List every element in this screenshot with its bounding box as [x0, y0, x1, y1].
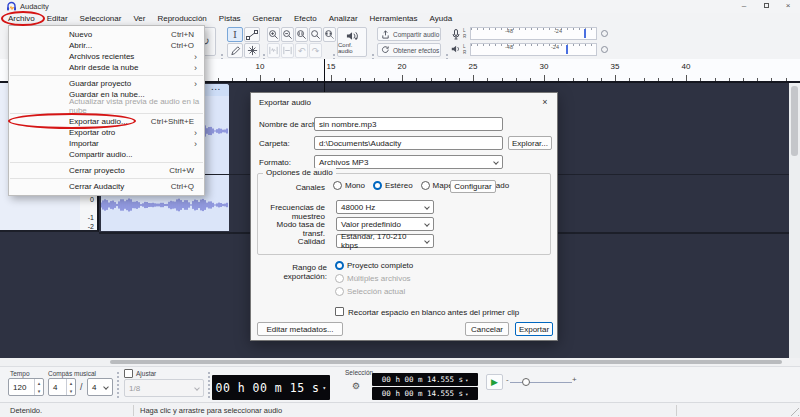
- menu-item-archivos-recientes[interactable]: Archivos recientes›: [9, 51, 204, 62]
- selection-end-display[interactable]: 00 h 00 m 14.555 s ▾: [372, 387, 478, 400]
- multi-tool-button[interactable]: [244, 43, 260, 58]
- redo-button[interactable]: ↷: [309, 43, 322, 58]
- playback-meter[interactable]: -48 -24: [470, 43, 597, 56]
- menubar-item-reproducci-n[interactable]: Reproducción: [151, 13, 212, 25]
- export-audio-dialog[interactable]: Exportar audio × Nombre de archivo: sin …: [250, 92, 558, 341]
- cancel-button[interactable]: Cancelar: [465, 322, 509, 336]
- radio-icon[interactable]: [335, 274, 344, 283]
- radio-selected-icon[interactable]: [373, 181, 382, 190]
- quality-select[interactable]: Estándar, 170-210 kbps: [336, 234, 434, 248]
- radio-option-estéreo[interactable]: Estéreo: [373, 181, 413, 190]
- ruler-minor-tick: [686, 78, 687, 81]
- record-meter[interactable]: -48 -24: [470, 27, 597, 40]
- close-window-button[interactable]: ×: [779, 0, 797, 12]
- radio-option-proyecto-completo[interactable]: Proyecto completo: [335, 261, 413, 270]
- radio-selected-icon[interactable]: [335, 261, 344, 270]
- maximize-button[interactable]: [757, 0, 775, 12]
- time-display-dropdown-icon[interactable]: ▾: [322, 384, 326, 391]
- radio-option-múltiples-archivos[interactable]: Múltiples archivos: [335, 274, 413, 283]
- draw-tool-button[interactable]: [227, 43, 243, 58]
- speed-slider-track[interactable]: [510, 382, 572, 383]
- browse-button[interactable]: Explorar...: [508, 136, 552, 150]
- menubar-item-efecto[interactable]: Efecto: [288, 13, 323, 25]
- menu-item-cerrar-audacity[interactable]: Cerrar AudacityCtrl+Q: [9, 181, 204, 192]
- menu-item-exportar-audio[interactable]: Exportar audio...Ctrl+Shift+E: [9, 116, 204, 127]
- sample-rate-select[interactable]: 48000 Hz: [336, 200, 434, 214]
- undo-button[interactable]: ↶: [295, 43, 308, 58]
- share-audio-button[interactable]: Compartir audio: [377, 27, 441, 41]
- menubar-item-ayuda[interactable]: Ayuda: [424, 13, 459, 25]
- menubar-item-pistas[interactable]: Pistas: [213, 13, 247, 25]
- format-select[interactable]: Archivos MP3: [314, 155, 503, 169]
- time-signature-spin-arrows[interactable]: ▴▾: [66, 379, 75, 395]
- radio-option-selección-actual[interactable]: Selección actual: [335, 287, 413, 296]
- radio-icon[interactable]: [335, 287, 344, 296]
- menubar-item-analizar[interactable]: Analizar: [323, 13, 364, 25]
- toolbar-grip[interactable]: [208, 372, 210, 398]
- configure-button[interactable]: Configurar: [450, 180, 496, 193]
- radio-option-mono[interactable]: Mono: [333, 181, 365, 190]
- file-menu-popup: NuevoCtrl+NAbrir...Ctrl+OArchivos recien…: [8, 25, 205, 196]
- audio-setup-button[interactable]: Conf. audio: [337, 27, 367, 57]
- minimize-button[interactable]: –: [735, 0, 753, 12]
- selection-settings-gear-icon[interactable]: ⚙: [352, 381, 360, 391]
- snap-interval-select[interactable]: 1/8: [124, 379, 204, 397]
- menu-item-abrir-desde-la-nube[interactable]: Abrir desde la nube›: [9, 62, 204, 73]
- menu-item-abrir[interactable]: Abrir...Ctrl+O: [9, 40, 204, 51]
- title-bar[interactable]: Audacity – ×: [0, 0, 800, 13]
- silence-audio-button[interactable]: [281, 43, 294, 58]
- speed-slider-minus[interactable]: -: [506, 375, 509, 384]
- time-signature-lower-select[interactable]: 4: [87, 378, 113, 396]
- zoom-selection-button[interactable]: [295, 27, 308, 42]
- toolbar-grip[interactable]: [117, 372, 119, 398]
- folder-input[interactable]: d:\Documents\Audacity: [314, 136, 503, 150]
- tempo-stepper[interactable]: 120 ▴▾: [8, 378, 44, 396]
- menu-item-nuevo[interactable]: NuevoCtrl+N: [9, 29, 204, 40]
- selection-start-display[interactable]: 00 h 00 m 14.555 s ▾: [372, 373, 478, 386]
- trim-whitespace-checkbox[interactable]: [335, 307, 344, 316]
- get-effects-button[interactable]: Obtener efectos: [377, 43, 441, 57]
- horizontal-scrollbar[interactable]: [0, 358, 800, 366]
- time-display[interactable]: 00 h 00 m 15 s ▾: [212, 375, 330, 400]
- menu-item-importar[interactable]: Importar›: [9, 138, 204, 149]
- tempo-spin-arrows[interactable]: ▴▾: [34, 379, 43, 395]
- menu-item-actualizar-vista-previa-de-audio-en-la-nube[interactable]: Actualizar vista previa de audio en la n…: [9, 100, 204, 111]
- radio-icon[interactable]: [333, 181, 342, 190]
- menu-item-exportar-otro[interactable]: Exportar otro›: [9, 127, 204, 138]
- menubar-item-ver[interactable]: Ver: [127, 13, 151, 25]
- dialog-close-button[interactable]: ×: [538, 96, 552, 108]
- filename-input[interactable]: sin nombre.mp3: [314, 117, 503, 131]
- radio-icon[interactable]: [421, 181, 430, 190]
- menu-item-compartir-audio[interactable]: Compartir audio...: [9, 149, 204, 160]
- trim-audio-button[interactable]: [267, 43, 280, 58]
- envelope-tool-button[interactable]: [244, 27, 260, 42]
- speed-slider-knob[interactable]: [522, 378, 530, 386]
- bitrate-mode-select[interactable]: Valor predefinido: [336, 217, 434, 231]
- menubar-item-archivo[interactable]: Archivo: [2, 13, 41, 25]
- export-button[interactable]: Exportar: [515, 322, 553, 336]
- vertical-scrollbar[interactable]: [789, 83, 800, 358]
- play-at-speed-button[interactable]: ▶: [486, 374, 503, 390]
- menubar-item-herramientas[interactable]: Herramientas: [364, 13, 424, 25]
- selection-end-dropdown-icon[interactable]: ▾: [465, 391, 468, 397]
- playback-meter-ring-icon: [601, 46, 608, 53]
- zoom-in-button[interactable]: [267, 27, 280, 42]
- menubar-item-seleccionar[interactable]: Seleccionar: [74, 13, 128, 25]
- menubar-item-generar[interactable]: Generar: [247, 13, 288, 25]
- menubar-item-editar[interactable]: Editar: [41, 13, 74, 25]
- snap-checkbox[interactable]: [124, 369, 133, 378]
- selection-start-dropdown-icon[interactable]: ▾: [465, 377, 468, 383]
- resize-grip[interactable]: [791, 408, 799, 416]
- zoom-out-button[interactable]: [281, 27, 294, 42]
- zoom-fit-button[interactable]: [323, 27, 336, 42]
- selection-tool-button[interactable]: I: [227, 27, 243, 42]
- menu-item-guardar-proyecto[interactable]: Guardar proyecto›: [9, 78, 204, 89]
- edit-metadata-label: Editar metadatos...: [266, 325, 333, 334]
- speed-slider-plus[interactable]: +: [572, 375, 577, 384]
- edit-metadata-button[interactable]: Editar metadatos...: [257, 322, 343, 336]
- menu-item-cerrar-proyecto[interactable]: Cerrar proyectoCtrl+W: [9, 165, 204, 176]
- zoom-toggle-button[interactable]: [309, 27, 322, 42]
- horizontal-scrollbar-thumb[interactable]: [110, 360, 782, 364]
- time-signature-upper-stepper[interactable]: 4 ▴▾: [48, 378, 76, 396]
- vertical-scrollbar-thumb[interactable]: [791, 86, 798, 156]
